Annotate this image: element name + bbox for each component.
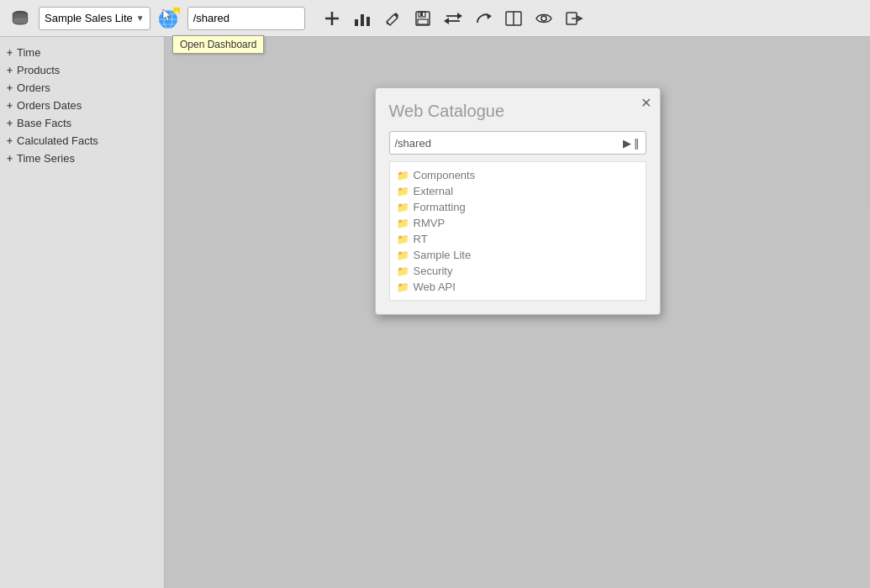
database-icon xyxy=(11,9,29,28)
expand-icon: + xyxy=(7,47,13,59)
dialog-close-button[interactable]: ✕ xyxy=(641,95,651,111)
dialog-path-row: /shared ▶ ‖ xyxy=(389,131,646,155)
sidebar-item-label: Time Series xyxy=(17,152,75,165)
folder-item-components[interactable]: 📁 Components xyxy=(397,167,639,183)
expand-icon: + xyxy=(7,135,13,147)
folder-item-label: RT xyxy=(414,233,428,245)
view-button[interactable] xyxy=(530,5,557,32)
toolbar: Sample Sales Lite ▼ xyxy=(0,0,870,37)
folder-icon: 📁 xyxy=(397,202,409,213)
open-dashboard-tooltip: Open Dashboard xyxy=(172,35,264,54)
dialog-play-button[interactable]: ▶ ‖ xyxy=(623,137,641,150)
folder-icon: 📁 xyxy=(397,281,409,293)
folder-item-sample-lite[interactable]: 📁 Sample Lite xyxy=(397,247,639,263)
sidebar-item-calculated-facts[interactable]: + Calculated Facts xyxy=(0,132,164,150)
sidebar-item-base-facts[interactable]: + Base Facts xyxy=(0,114,164,132)
folder-item-label: Components xyxy=(414,169,476,181)
layout-button[interactable] xyxy=(500,5,527,32)
folder-item-web-api[interactable]: 📁 Web API xyxy=(397,279,639,295)
navigate-button[interactable] xyxy=(154,3,184,34)
expand-icon: + xyxy=(7,65,13,76)
eye-icon xyxy=(535,9,553,28)
expand-icon: + xyxy=(7,153,13,165)
add-button[interactable] xyxy=(319,5,345,32)
dialog-folder-list: 📁 Components 📁 External 📁 Formatting 📁 R… xyxy=(389,161,646,301)
dialog-title: Web Catalogue xyxy=(389,102,646,121)
sidebar-item-orders[interactable]: + Orders xyxy=(0,79,164,97)
edit-button[interactable] xyxy=(379,5,406,32)
db-icon-button[interactable] xyxy=(5,3,35,34)
svg-rect-11 xyxy=(361,14,364,26)
svg-rect-16 xyxy=(420,13,423,16)
sidebar-item-label: Orders xyxy=(17,81,50,94)
sidebar-item-label: Time xyxy=(17,46,40,59)
folder-item-formatting[interactable]: 📁 Formatting xyxy=(397,199,639,215)
datasource-dropdown[interactable]: Sample Sales Lite ▼ xyxy=(39,7,150,30)
folder-item-label: External xyxy=(414,185,454,197)
svg-rect-15 xyxy=(418,19,428,24)
expand-icon: + xyxy=(7,82,13,94)
dropdown-arrow-icon: ▼ xyxy=(136,13,145,23)
sidebar: + Time + Products + Orders + Orders Date… xyxy=(0,37,165,588)
folder-icon: 📁 xyxy=(397,265,409,277)
sidebar-item-time-series[interactable]: + Time Series xyxy=(0,150,164,167)
browser-nav-icon xyxy=(156,6,182,31)
folder-icon: 📁 xyxy=(397,249,409,261)
folder-item-label: Web API xyxy=(414,281,456,293)
chart-button[interactable] xyxy=(349,5,376,32)
save-icon xyxy=(414,10,431,27)
folder-icon: 📁 xyxy=(397,218,409,229)
sidebar-item-label: Calculated Facts xyxy=(17,134,98,147)
layout-icon xyxy=(504,9,523,28)
expand-icon: + xyxy=(7,100,13,112)
redo-icon xyxy=(474,9,493,28)
add-icon xyxy=(324,10,340,27)
sidebar-item-products[interactable]: + Products xyxy=(0,61,164,79)
sidebar-item-label: Products xyxy=(17,64,60,76)
svg-rect-10 xyxy=(355,19,358,26)
folder-item-rt[interactable]: 📁 RT xyxy=(397,231,639,247)
save-button[interactable] xyxy=(409,5,436,32)
svg-marker-18 xyxy=(444,18,449,24)
expand-icon: + xyxy=(7,118,13,129)
modal-overlay: ✕ Web Catalogue /shared ▶ ‖ 📁 Components… xyxy=(165,37,870,588)
pencil-icon xyxy=(384,10,401,27)
export-icon xyxy=(565,9,583,28)
dialog-path-text: /shared xyxy=(395,137,620,150)
path-input[interactable] xyxy=(193,12,294,24)
folder-item-label: Sample Lite xyxy=(414,249,472,261)
sidebar-item-label: Orders Dates xyxy=(17,99,82,112)
tooltip-text: Open Dashboard xyxy=(180,39,256,50)
svg-marker-17 xyxy=(457,13,462,19)
svg-point-22 xyxy=(541,16,546,21)
folder-icon: 📁 xyxy=(397,186,409,197)
redo-button[interactable] xyxy=(470,5,497,32)
folder-item-rmvp[interactable]: 📁 RMVP xyxy=(397,215,639,231)
svg-marker-19 xyxy=(487,13,492,19)
sidebar-item-time[interactable]: + Time xyxy=(0,44,164,61)
transfer-button[interactable] xyxy=(440,5,467,32)
web-catalogue-dialog: ✕ Web Catalogue /shared ▶ ‖ 📁 Components… xyxy=(375,87,661,315)
folder-item-security[interactable]: 📁 Security xyxy=(397,263,639,279)
folder-item-label: RMVP xyxy=(414,217,446,229)
folder-item-label: Formatting xyxy=(414,201,466,213)
bar-chart-icon xyxy=(353,9,372,28)
folder-icon: 📁 xyxy=(397,170,409,181)
path-input-wrapper xyxy=(187,7,305,30)
svg-rect-12 xyxy=(366,17,370,26)
folder-item-label: Security xyxy=(414,265,453,277)
datasource-label: Sample Sales Lite xyxy=(45,12,133,24)
main-layout: + Time + Products + Orders + Orders Date… xyxy=(0,37,870,588)
sidebar-item-label: Base Facts xyxy=(17,117,71,129)
folder-icon: 📁 xyxy=(397,234,409,245)
transfer-icon xyxy=(444,9,462,28)
folder-item-external[interactable]: 📁 External xyxy=(397,183,639,199)
export-button[interactable] xyxy=(561,5,588,32)
content-area: ✕ Web Catalogue /shared ▶ ‖ 📁 Components… xyxy=(165,37,870,588)
svg-marker-6 xyxy=(173,8,180,14)
sidebar-item-orders-dates[interactable]: + Orders Dates xyxy=(0,97,164,114)
